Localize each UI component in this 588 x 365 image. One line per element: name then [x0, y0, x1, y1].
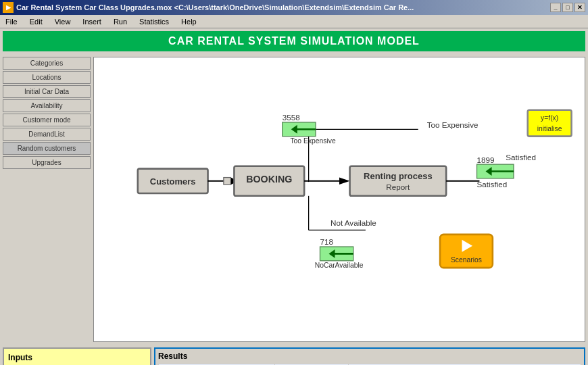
svg-text:BOOKING: BOOKING: [246, 174, 292, 185]
svg-text:y=f(x): y=f(x): [541, 114, 558, 122]
results-title: Results: [158, 351, 581, 361]
svg-text:Too Expensive: Too Expensive: [290, 137, 336, 145]
app-icon: ▶: [3, 2, 14, 13]
svg-text:Report: Report: [386, 182, 410, 191]
svg-text:Too Expensive: Too Expensive: [427, 120, 479, 129]
svg-text:initialise: initialise: [537, 125, 562, 132]
menu-statistics[interactable]: Statistics: [137, 16, 172, 27]
simulation-diagram: Too Expensive 3558 Too Expensive Custome…: [94, 57, 585, 341]
inputs-title: Inputs: [8, 353, 146, 362]
svg-text:1899: 1899: [477, 155, 495, 164]
simulation-canvas: Too Expensive 3558 Too Expensive Custome…: [93, 57, 585, 342]
svg-text:Satisfied: Satisfied: [506, 153, 536, 162]
menu-file[interactable]: File: [3, 16, 20, 27]
svg-rect-10: [224, 178, 230, 185]
main-header: CAR RENTAL SYSTEM SIMULATION MODEL: [3, 31, 585, 51]
sidebar-item-categories[interactable]: Categories: [3, 57, 91, 70]
inputs-panel: Inputs Prices Category 1 : Category 2 : …: [3, 347, 151, 365]
header-title: CAR RENTAL SYSTEM SIMULATION MODEL: [168, 35, 420, 47]
sidebar-item-upgrades[interactable]: Upgrades: [3, 156, 91, 169]
maximize-button[interactable]: □: [562, 3, 573, 12]
menu-edit[interactable]: Edit: [27, 16, 45, 27]
sidebar-item-initial-car-data[interactable]: Initial Car Data: [3, 85, 91, 98]
results-panel: Results Turnover: Customer Ratio Too Exp…: [154, 347, 585, 365]
svg-marker-14: [339, 178, 350, 185]
svg-text:Satisfied: Satisfied: [477, 180, 508, 189]
close-button[interactable]: ✕: [574, 3, 585, 12]
svg-text:Customers: Customers: [150, 176, 196, 187]
sidebar-item-customer-mode[interactable]: Customer mode: [3, 114, 91, 126]
window-controls: _ □ ✕: [550, 3, 585, 12]
menu-view[interactable]: View: [52, 16, 74, 27]
sidebar: Categories Locations Initial Car Data Av…: [3, 57, 91, 342]
sidebar-item-random-customers[interactable]: Random customers: [3, 142, 91, 155]
sidebar-item-availability[interactable]: Availability: [3, 99, 91, 112]
menu-bar: File Edit View Insert Run Statistics Hel…: [0, 15, 588, 28]
menu-insert[interactable]: Insert: [80, 16, 104, 27]
svg-text:NoCarAvailable: NoCarAvailable: [315, 262, 364, 269]
title-bar: ▶ Car Rental System Car Class Upgrades.m…: [0, 0, 588, 15]
svg-text:Scenarios: Scenarios: [451, 256, 482, 264]
sidebar-item-locations[interactable]: Locations: [3, 71, 91, 84]
title-bar-text: Car Rental System Car Class Upgrades.mox…: [16, 3, 550, 11]
sidebar-item-demandlist[interactable]: DemandList: [3, 128, 91, 141]
menu-help[interactable]: Help: [178, 16, 199, 27]
bottom-area: Inputs Prices Category 1 : Category 2 : …: [0, 345, 588, 365]
svg-text:Not Available: Not Available: [330, 218, 376, 227]
svg-text:Renting process: Renting process: [364, 171, 433, 181]
minimize-button[interactable]: _: [550, 3, 561, 12]
content-area: Categories Locations Initial Car Data Av…: [0, 54, 588, 345]
menu-run[interactable]: Run: [111, 16, 130, 27]
svg-text:3558: 3558: [283, 113, 300, 122]
svg-text:718: 718: [320, 237, 333, 246]
